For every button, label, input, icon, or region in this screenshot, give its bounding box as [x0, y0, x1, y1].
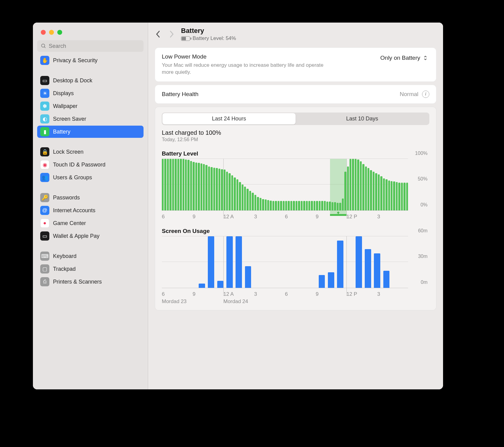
battery-level-bar: [350, 159, 351, 210]
sidebar-item-battery[interactable]: ▮Battery: [37, 126, 144, 138]
sidebar-item-game-center[interactable]: ●Game Center: [37, 217, 144, 229]
battery-level-bar: [175, 159, 176, 210]
sidebar-item-label: Touch ID & Password: [53, 162, 105, 168]
chevron-up-down-icon: [423, 55, 428, 61]
sidebar-item-users-groups[interactable]: 👥Users & Groups: [37, 171, 144, 184]
battery-level-bar: [324, 201, 326, 210]
battery-level-bar: [288, 201, 289, 210]
sidebar-item-label: Keyboard: [53, 253, 76, 259]
sidebar-item-privacy-security[interactable]: ✋Privacy & Security: [37, 54, 144, 66]
screen-on-bar: [226, 236, 233, 288]
last-charged-title: Last charged to 100%: [162, 129, 429, 136]
battery-level-bar: [201, 163, 202, 210]
sidebar-item-desktop-dock[interactable]: ▭Desktop & Dock: [37, 74, 144, 87]
battery-level-bar: [383, 178, 385, 210]
chart-title-battery-level: Battery Level: [162, 150, 429, 157]
chart0-xaxis: 6912 A36912 P3: [162, 214, 408, 220]
low-power-mode-select[interactable]: Only on Battery: [377, 53, 429, 63]
chart0-xlabel: 6: [285, 214, 316, 220]
chart0-xlabel: 12 A: [223, 214, 254, 220]
battery-level-bar: [267, 200, 269, 210]
chart1-xaxis: 6912 A36912 P3: [162, 291, 408, 297]
sidebar-item-label: Wallet & Apple Pay: [53, 233, 99, 239]
battery-level-bar: [262, 199, 264, 210]
chart1-date-label: [285, 299, 316, 305]
nav-forward-button[interactable]: [168, 30, 176, 38]
battery-level-bar: [283, 201, 285, 210]
sidebar-item-label: Battery: [53, 129, 70, 135]
battery-level-bar: [321, 201, 323, 210]
chart1-date-label: [316, 299, 346, 305]
info-icon[interactable]: i: [422, 91, 429, 98]
tab-last-24-hours[interactable]: Last 24 Hours: [162, 113, 296, 124]
sidebar: ✋Privacy & Security▭Desktop & Dock☀Displ…: [33, 23, 148, 389]
battery-level-bar: [375, 173, 377, 210]
at-icon: @: [40, 206, 49, 215]
battery-level-bar: [285, 201, 287, 210]
sidebar-item-internet-accounts[interactable]: @Internet Accounts: [37, 204, 144, 216]
sidebar-item-label: Screen Saver: [53, 116, 86, 122]
lock-icon: 🔒: [40, 147, 49, 156]
chart1-xlabel: 12 P: [346, 291, 377, 297]
battery-level-bar: [270, 201, 272, 210]
battery-health-label: Battery Health: [162, 91, 198, 98]
battery-level-bar: [226, 172, 228, 210]
sidebar-item-screen-saver[interactable]: ◐Screen Saver: [37, 113, 144, 125]
battery-health-card[interactable]: Battery Health Normal i: [155, 85, 436, 104]
chart0-xlabel: 3: [377, 214, 408, 220]
battery-level-bar: [388, 181, 390, 210]
sidebar-item-passwords[interactable]: 🔑Passwords: [37, 191, 144, 204]
sidebar-item-trackpad[interactable]: ▢Trackpad: [37, 263, 144, 275]
sidebar-item-wallpaper[interactable]: ✽Wallpaper: [37, 100, 144, 112]
minimize-window-button[interactable]: [49, 30, 54, 35]
battery-level-bar: [229, 173, 230, 210]
battery-level-bar: [242, 184, 243, 210]
battery-level-bar: [380, 176, 382, 210]
battery-level-bar: [296, 201, 297, 210]
wallet-icon: ▭: [40, 231, 49, 241]
battery-level-bar: [203, 164, 205, 210]
nav-back-button[interactable]: [154, 30, 162, 38]
sidebar-item-displays[interactable]: ☀Displays: [37, 87, 144, 99]
hand-icon: ✋: [40, 56, 49, 65]
settings-window: ✋Privacy & Security▭Desktop & Dock☀Displ…: [33, 23, 443, 389]
sidebar-item-touch-id-password[interactable]: ◉Touch ID & Password: [37, 159, 144, 171]
battery-level-bar: [193, 162, 194, 210]
screen-on-bar: [328, 272, 334, 288]
chart1-xlabel: 3: [377, 291, 408, 297]
battery-level-bar: [373, 172, 374, 210]
battery-level-bar: [195, 163, 197, 210]
sidebar-item-wallet-apple-pay[interactable]: ▭Wallet & Apple Pay: [37, 230, 144, 242]
battery-level-bar: [360, 161, 362, 210]
sidebar-item-printers-scanners[interactable]: ⎙Printers & Scanners: [37, 276, 144, 288]
screen-on-bar: [365, 249, 371, 288]
sidebar-item-lock-screen[interactable]: 🔒Lock Screen: [37, 146, 144, 158]
battery-level-bar: [162, 159, 164, 210]
battery-level-bar: [244, 187, 246, 210]
search-input[interactable]: [37, 40, 144, 52]
printer-icon: ⎙: [40, 277, 49, 286]
charging-bolt-icon: [336, 211, 340, 216]
battery-level-chart: 0% 50% 100% 6912 A36912 P3: [162, 159, 429, 220]
battery-level-bar: [164, 159, 166, 210]
battery-level-bar: [218, 169, 220, 210]
sidebar-item-label: Trackpad: [53, 266, 76, 272]
battery-level-bar: [216, 168, 218, 210]
battery-level-bar: [301, 201, 303, 210]
battery-level-bar: [169, 159, 171, 210]
battery-level-bar: [370, 170, 372, 210]
battery-level-bar: [316, 201, 318, 210]
chart1-xlabel: 12 A: [223, 291, 254, 297]
sidebar-item-keyboard[interactable]: ⌨Keyboard: [37, 250, 144, 262]
chart1-date-label: [346, 299, 377, 305]
battery-level-bar: [319, 201, 321, 210]
sidebar-item-label: Internet Accounts: [53, 207, 95, 214]
chart0-xlabel: 6: [162, 214, 193, 220]
traffic-lights: [33, 28, 148, 35]
users-icon: 👥: [40, 173, 49, 182]
maximize-window-button[interactable]: [57, 30, 62, 35]
sidebar-item-label: Users & Groups: [53, 174, 92, 181]
tab-last-10-days[interactable]: Last 10 Days: [296, 113, 429, 124]
battery-level-bar: [352, 159, 354, 210]
close-window-button[interactable]: [41, 30, 46, 35]
